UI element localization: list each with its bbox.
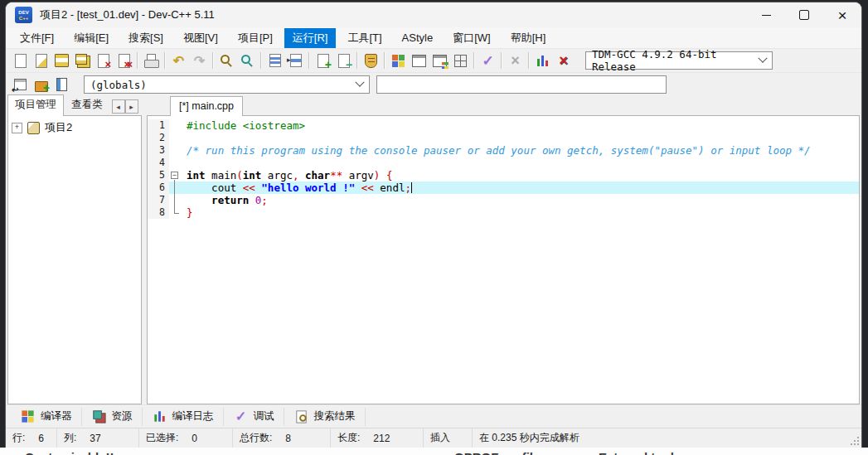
- fold-line: [174, 206, 175, 213]
- save-file-icon[interactable]: [51, 51, 72, 70]
- new-class-icon[interactable]: [31, 75, 51, 94]
- maximize-button[interactable]: [785, 2, 823, 27]
- title-bar[interactable]: DEV C++ 项目2 - [test_01.dev] - Dev-C++ 5.…: [6, 2, 861, 27]
- rebuild-all-icon[interactable]: [450, 51, 471, 70]
- panel-tab[interactable]: 项目管理: [7, 94, 64, 116]
- compiler-select[interactable]: TDM-GCC 4.9.2 64-bit Release: [585, 51, 773, 70]
- code-token: }: [187, 206, 193, 219]
- window-title: 项目2 - [test_01.dev] - Dev-C++ 5.11: [40, 7, 215, 22]
- menu-item[interactable]: 运行[R]: [284, 28, 337, 48]
- compile-log-tab[interactable]: 编译日志: [143, 408, 224, 426]
- replace-icon[interactable]: [237, 51, 258, 70]
- expand-icon[interactable]: +: [12, 123, 22, 133]
- code-editor[interactable]: 1#include <iostream>23/* run this progra…: [147, 115, 860, 404]
- search-results-tab[interactable]: 搜索结果: [284, 408, 366, 426]
- line-number[interactable]: 2: [148, 132, 169, 144]
- fold-column: [169, 157, 180, 169]
- code-line[interactable]: 4: [148, 157, 859, 169]
- members-select[interactable]: [376, 75, 667, 94]
- fold-toggle-icon[interactable]: −: [171, 172, 178, 179]
- globals-select[interactable]: (globals): [84, 75, 370, 94]
- delete-profiling-icon[interactable]: [553, 51, 574, 70]
- resources-tab[interactable]: 资源: [82, 408, 143, 426]
- close-button[interactable]: ×: [823, 2, 861, 27]
- background-window-strip: Customizable!!GPROF profilExternal tools: [0, 448, 868, 455]
- chevron-down-icon: [758, 54, 767, 63]
- fold-column: [169, 144, 180, 157]
- code-line[interactable]: 6 cout << "hello world !" << endl;: [148, 182, 859, 194]
- editor-tab-main-cpp[interactable]: [*] main.cpp: [170, 96, 243, 116]
- tree-item-project[interactable]: +项目2: [12, 120, 72, 135]
- close-file-icon[interactable]: [93, 51, 114, 70]
- resize-grip[interactable]: [851, 437, 859, 445]
- compiler-tab[interactable]: 编译器: [11, 408, 82, 426]
- scroll-right-icon[interactable]: ▸: [125, 99, 138, 114]
- print-icon[interactable]: [141, 51, 162, 70]
- status-label: 在 0.235 秒内完成解析: [479, 431, 579, 445]
- menu-item[interactable]: 工具[T]: [339, 28, 390, 48]
- project-tree-panel[interactable]: +项目2: [7, 115, 142, 404]
- code-line[interactable]: 5−int main(int argc, char** argv) {: [148, 169, 859, 182]
- menu-item[interactable]: AStyle: [394, 29, 442, 46]
- app-icon-text-top: DEV: [18, 10, 28, 16]
- open-file-icon[interactable]: [31, 51, 51, 70]
- panel-tab[interactable]: 查看类: [64, 94, 110, 115]
- menu-item[interactable]: 文件[F]: [12, 28, 62, 48]
- line-number[interactable]: 3: [148, 144, 169, 157]
- debug-tab[interactable]: 调试: [224, 408, 284, 426]
- run-icon[interactable]: [409, 51, 429, 70]
- code-line[interactable]: 2: [148, 132, 859, 144]
- code-text: return 0;: [180, 194, 859, 206]
- code-line[interactable]: 3/* run this program using the console p…: [148, 144, 859, 157]
- debug-tab-icon: [233, 409, 248, 424]
- line-number[interactable]: 4: [148, 157, 169, 169]
- menu-item[interactable]: 项目[P]: [230, 28, 281, 48]
- goto-line-icon[interactable]: [264, 51, 285, 70]
- code-token: [355, 182, 361, 194]
- toolbar-separator: [473, 52, 475, 69]
- line-number[interactable]: 8: [148, 206, 169, 219]
- menu-item[interactable]: 编辑[E]: [65, 28, 117, 48]
- line-number[interactable]: 1: [148, 119, 169, 132]
- status-section: 列:37: [57, 428, 139, 448]
- show-unit-icon[interactable]: [51, 75, 72, 94]
- line-number[interactable]: 7: [148, 194, 169, 206]
- add-to-project-icon[interactable]: [313, 51, 333, 70]
- code-token: main: [206, 169, 237, 182]
- redo-icon[interactable]: [189, 51, 210, 70]
- find-icon[interactable]: [216, 51, 237, 70]
- tab-scroll-arrows: ◂▸: [112, 99, 138, 114]
- goto-declaration-icon[interactable]: [10, 75, 31, 94]
- minimize-button[interactable]: [747, 2, 785, 27]
- menu-item[interactable]: 视图[V]: [175, 28, 226, 48]
- undo-icon[interactable]: [168, 51, 189, 70]
- code-line[interactable]: 8}: [148, 206, 859, 219]
- fold-line: [174, 182, 175, 194]
- menu-item[interactable]: 帮助[H]: [502, 28, 555, 48]
- code-line[interactable]: 7 return 0;: [148, 194, 859, 206]
- new-file-icon[interactable]: [10, 51, 31, 70]
- status-value: 0: [192, 433, 197, 444]
- save-all-icon[interactable]: [72, 51, 93, 70]
- tree-item-label: 项目2: [45, 120, 72, 135]
- close-all-icon[interactable]: [114, 51, 134, 70]
- line-number[interactable]: 5: [148, 169, 169, 182]
- menu-item[interactable]: 窗口[W]: [444, 28, 499, 48]
- code-line[interactable]: 1#include <iostream>: [148, 119, 859, 132]
- status-section: 插入: [424, 428, 473, 448]
- line-number[interactable]: 6: [148, 182, 169, 194]
- compile-and-run-icon[interactable]: [429, 51, 450, 70]
- swap-header-source-icon[interactable]: [285, 51, 306, 70]
- code-token: [299, 169, 306, 182]
- syntax-check-icon[interactable]: [478, 51, 498, 70]
- compile-icon[interactable]: [388, 51, 409, 70]
- resources-tab-label: 资源: [112, 409, 133, 424]
- remove-from-project-icon[interactable]: [333, 51, 354, 70]
- menu-item[interactable]: 搜索[S]: [120, 28, 172, 48]
- scroll-left-icon[interactable]: ◂: [112, 99, 125, 114]
- abort-compilation-icon[interactable]: [505, 51, 526, 70]
- editor-tab-bar: [*] main.cpp: [147, 96, 860, 115]
- project-properties-icon[interactable]: [361, 51, 381, 70]
- fold-line: [174, 194, 175, 206]
- profile-analysis-icon[interactable]: [532, 51, 553, 70]
